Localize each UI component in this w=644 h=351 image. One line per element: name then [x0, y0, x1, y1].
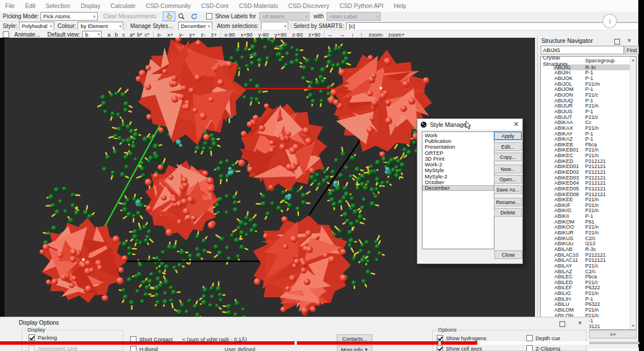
delete-button[interactable]: Delete — [494, 208, 522, 217]
table-row[interactable]: ABILABR-3c — [541, 246, 636, 252]
table-row[interactable]: ABIKED03P212121 — [541, 175, 636, 181]
zoom-in-button[interactable]: zoom+ — [387, 31, 406, 38]
table-row[interactable]: ABIKEBPbca — [541, 142, 636, 147]
table-row[interactable]: ABILAZC2/c — [541, 269, 636, 274]
menu-item-file[interactable]: File — [0, 2, 20, 9]
style-select[interactable]: Polyhedral∨ — [19, 22, 54, 30]
zoom-out-button[interactable]: zoom- — [368, 31, 385, 38]
rotate-zminus90-button[interactable]: z-90 — [291, 31, 304, 38]
menu-item-selection[interactable]: Selection — [41, 2, 75, 9]
z-clipping-toggle[interactable]: Z-Clipping — [526, 345, 560, 351]
find-button[interactable]: Find — [625, 46, 639, 54]
translate-arrow-button-2[interactable]: ↓ — [350, 31, 355, 38]
rotate-xminus90-button[interactable]: x-90 — [223, 31, 236, 38]
structure-list[interactable]: Crystal Structures Spacegroup ABIJIGR-3c… — [540, 56, 637, 330]
table-row[interactable]: ABILAYP21/c — [541, 263, 636, 269]
table-row[interactable]: ABIJUSP-1 — [541, 109, 636, 114]
table-row[interactable]: ABILECPbca — [541, 274, 636, 280]
menu-item-display[interactable]: Display — [75, 2, 105, 9]
hbond-checkbox[interactable] — [130, 346, 136, 351]
depth-cue-toggle[interactable]: Depth cue — [526, 335, 560, 341]
style-preset-select[interactable]: December∨ — [178, 22, 212, 30]
rename-button[interactable]: Rename... — [494, 198, 522, 206]
style-list-item[interactable]: October — [422, 179, 494, 185]
table-row[interactable]: ABIJOMP-1 — [541, 87, 636, 93]
table-row[interactable]: ABIKED04P212121 — [541, 180, 636, 186]
table-row[interactable]: ABIKURP21/n — [541, 230, 636, 236]
table-row[interactable]: ABIKED05P212121 — [541, 186, 636, 192]
view-b-button[interactable]: b — [114, 31, 121, 38]
rotate-xplus90-button[interactable]: x+90 — [239, 31, 253, 38]
table-row[interactable]: ABILEDP21/c — [541, 280, 636, 285]
close-icon[interactable]: ✕ — [627, 38, 631, 43]
table-row[interactable]: ABIKED06P212121 — [541, 192, 636, 197]
table-row[interactable]: ABIKIFP21/n — [541, 202, 636, 208]
rotate-yplus90-button[interactable]: y+90 — [273, 31, 288, 38]
table-row[interactable]: ABIJIGR-3c — [541, 65, 636, 70]
nudge-yminus-button[interactable]: y- — [178, 31, 185, 38]
table-row[interactable]: ABILEFP6322 — [541, 285, 636, 291]
style-list-item[interactable]: Publication — [422, 138, 494, 143]
style-list-item[interactable]: ORTEP — [422, 150, 494, 155]
table-row[interactable]: ABIJUTP21/c — [541, 114, 636, 120]
new-button[interactable]: New... — [494, 165, 522, 173]
scroll-down-icon[interactable]: ▼ — [630, 322, 636, 329]
style-list-item[interactable]: MySyle-2 — [422, 173, 494, 179]
table-row[interactable]: ABIKAXP21/n — [541, 125, 636, 131]
video-info-button[interactable]: i — [602, 14, 617, 29]
table-row[interactable]: ABIJOLP21/m — [541, 81, 636, 87]
translate-arrow-button-3[interactable]: ↑ — [359, 31, 364, 38]
scroll-up-icon[interactable]: ▲ — [630, 57, 636, 63]
style-list-item[interactable]: Presentation — [422, 144, 494, 150]
edit-button[interactable]: Edit... — [494, 142, 522, 151]
zoom-tool-button[interactable] — [175, 11, 188, 21]
close-button[interactable]: Close — [494, 250, 522, 259]
hbond-toggle[interactable]: H-BondUser defined — [130, 346, 255, 351]
menu-item-csd-core[interactable]: CSD-Core — [196, 2, 234, 9]
float-panel-icon[interactable] — [614, 39, 620, 45]
table-row[interactable]: ABILAC10P212121 — [541, 252, 636, 258]
table-row[interactable]: ABIKED01P212121 — [541, 164, 636, 170]
menu-item-help[interactable]: Help — [389, 2, 412, 9]
menu-item-csd-materials[interactable]: CSD-Materials — [234, 2, 283, 9]
labels-target-select[interactable]: All atoms∨ — [259, 12, 309, 21]
z-clipping-checkbox[interactable] — [526, 345, 533, 351]
save-as-button[interactable]: Save As... — [494, 185, 522, 194]
copy-button[interactable]: Copy... — [494, 153, 522, 161]
table-row[interactable]: ABIJIHP-1 — [541, 70, 636, 76]
menu-item-edit[interactable]: Edit — [20, 2, 41, 9]
table-row[interactable]: ABILIGP21/n — [541, 290, 636, 296]
translate-arrow-button-1[interactable]: → — [339, 31, 347, 38]
column-spacegroup[interactable]: Spacegroup — [585, 57, 614, 63]
table-row[interactable]: ABILIHP-1 — [541, 296, 636, 302]
translate-arrow-button-0[interactable]: ← — [327, 31, 335, 38]
show-cell-axes-toggle[interactable]: Show cell axes — [437, 345, 482, 351]
nudge-xplus-button[interactable]: x+ — [166, 31, 174, 38]
more-info-button[interactable]: More Info▼ — [337, 345, 372, 351]
animate-checkbox[interactable] — [3, 31, 9, 38]
label-type-select[interactable]: Atom Label∨ — [327, 12, 381, 21]
view-c-button[interactable]: c — [121, 31, 128, 38]
style-list[interactable]: WorkPublicationPresentationORTEP3D Print… — [422, 131, 494, 249]
nudge-xminus-button[interactable]: x- — [156, 31, 163, 38]
table-row[interactable]: ABIJURP21/n — [541, 103, 636, 109]
atom-selections-select[interactable]: ∨ — [261, 22, 288, 30]
view-a-star-button[interactable]: a* — [128, 31, 136, 38]
default-view-select[interactable]: b∨ — [82, 31, 102, 38]
view-b-star-button[interactable]: b* — [136, 31, 143, 38]
asymmetric-unit-checkbox[interactable] — [29, 345, 35, 351]
table-row[interactable]: ABILOMP21/n — [541, 307, 636, 313]
nudge-zplus-button[interactable]: z+ — [210, 31, 218, 38]
table-row[interactable]: ABIKEEP21/n — [541, 197, 636, 202]
manage-styles-button[interactable]: Manage Styles... — [128, 23, 174, 29]
rotate-tool-button[interactable] — [188, 11, 200, 21]
refcode-search-input[interactable] — [541, 46, 624, 54]
style-list-item[interactable]: Work — [422, 132, 494, 138]
packing-checkbox[interactable] — [29, 334, 35, 341]
table-row[interactable]: ABIKAZP-1 — [541, 136, 636, 142]
table-row[interactable]: ABIKOOP21/n — [541, 225, 636, 230]
smarts-input[interactable] — [346, 22, 644, 30]
table-row[interactable]: ABIKEB01P21/n — [541, 147, 636, 153]
menu-item-csd-community[interactable]: CSD-Community — [140, 2, 196, 9]
animate-button[interactable]: Animate... — [13, 31, 42, 38]
